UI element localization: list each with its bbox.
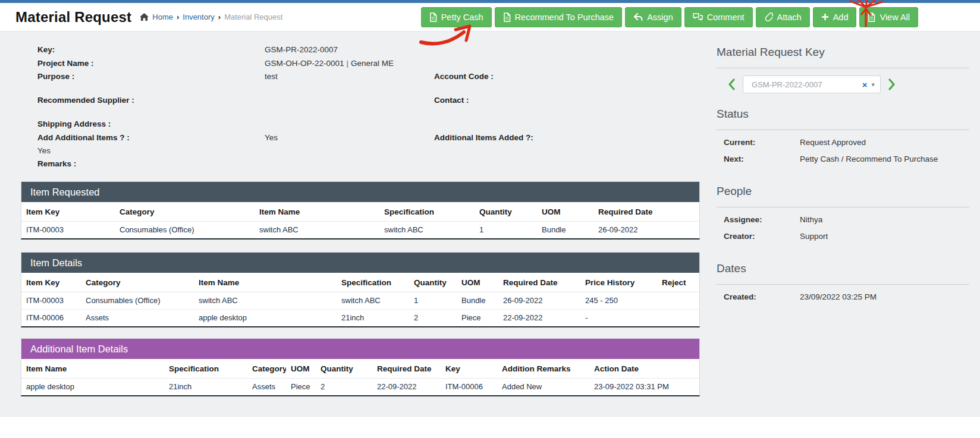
file-icon <box>429 12 437 22</box>
dates-heading: Dates <box>717 262 969 285</box>
home-icon <box>140 13 149 21</box>
additional-item-details-title: Additional Item Details <box>21 339 699 359</box>
page-title: Material Request <box>15 9 131 26</box>
add-button[interactable]: Add <box>813 7 857 27</box>
breadcrumb-inventory[interactable]: Inventory <box>183 12 214 21</box>
plus-icon <box>821 13 829 21</box>
table-cell: Bundle <box>457 292 498 310</box>
field-value-project-name: GSM-OH-OP-22-0001|General ME <box>265 59 394 68</box>
assignee-value: Nithya <box>800 215 822 224</box>
column-header: Quantity <box>475 202 537 222</box>
people-section: People Assignee: Nithya Creator: Support <box>717 185 969 241</box>
view-all-button[interactable]: View All <box>859 7 918 27</box>
status-next-row: Next: Petty Cash / Recommend To Purchase <box>724 155 969 163</box>
field-value-add-additional-items: Yes <box>265 133 278 142</box>
table-cell: Piece <box>286 379 316 396</box>
column-header: Reject <box>657 273 699 292</box>
clear-selection-icon[interactable]: × <box>862 80 868 90</box>
table-cell: ITM-00006 <box>21 310 81 327</box>
request-key-select[interactable]: GSM-PR-2022-0007 × ▾ <box>743 75 881 93</box>
assign-button[interactable]: Assign <box>625 7 681 27</box>
column-header: Required Date <box>498 273 580 292</box>
table-cell: ITM-00003 <box>21 222 115 239</box>
item-requested-title: Item Requested <box>21 182 699 202</box>
table-cell: Bundle <box>537 222 593 239</box>
breadcrumb-home[interactable]: Home <box>152 12 173 21</box>
table-cell: Added New <box>497 379 589 396</box>
table-cell: switch ABC <box>194 292 337 310</box>
dates-section: Dates Created: 23/09/2022 03:25 PM <box>717 262 969 301</box>
item-details-table: Item Key Category Item Name Specificatio… <box>21 273 699 326</box>
table-cell: apple desktop <box>194 310 337 327</box>
table-cell: Assets <box>247 379 286 396</box>
field-value-yes: Yes <box>37 146 51 155</box>
column-header: Specification <box>379 202 475 222</box>
field-label-additional-items-added: Additional Items Added ?: <box>434 133 533 142</box>
column-header: Quantity <box>316 359 372 379</box>
breadcrumb-current: Material Request <box>224 12 282 21</box>
file-icon <box>503 12 511 22</box>
creator-value: Support <box>800 232 828 241</box>
column-header: UOM <box>457 273 498 292</box>
table-cell: apple desktop <box>21 379 164 396</box>
column-header: Quantity <box>409 273 457 292</box>
column-header: Key <box>441 359 497 379</box>
status-section: Status Current: Request Approved Next: P… <box>717 108 969 163</box>
column-header: Addition Remarks <box>497 359 589 379</box>
table-cell: 1 <box>475 222 537 239</box>
breadcrumb: Home › Inventory › Material Request <box>140 12 282 21</box>
column-header: Item Name <box>194 273 337 292</box>
material-request-key-section: Material Request Key GSM-PR-2022-0007 × … <box>717 46 969 93</box>
table-cell: 23-09-2022 03:31 PM <box>589 379 699 396</box>
chevron-down-icon[interactable]: ▾ <box>871 81 875 89</box>
breadcrumb-separator: › <box>177 12 179 21</box>
next-record-button[interactable] <box>888 78 896 91</box>
table-cell: ITM-00003 <box>21 292 81 310</box>
record-navigator: GSM-PR-2022-0007 × ▾ <box>727 75 969 93</box>
column-header: Item Key <box>21 202 115 222</box>
table-row: apple desktop 21inch Assets Piece 2 22-0… <box>21 379 699 396</box>
column-header: Item Name <box>255 202 379 222</box>
column-header: Item Key <box>21 273 81 292</box>
table-cell: 21inch <box>164 379 247 396</box>
field-label-contact: Contact : <box>434 96 469 105</box>
field-value-purpose: test <box>265 72 278 81</box>
column-header: Price History <box>580 273 657 292</box>
field-label-recommended-supplier: Recommended Supplier : <box>37 96 134 105</box>
table-cell: switch ABC <box>337 292 409 310</box>
footer-strip <box>0 416 980 437</box>
attach-button[interactable]: Attach <box>756 7 810 27</box>
column-header: Required Date <box>372 359 441 379</box>
table-cell: 245 - 250 <box>580 292 657 310</box>
chevron-right-icon <box>888 78 896 91</box>
previous-record-button[interactable] <box>727 78 736 91</box>
recommend-to-purchase-button[interactable]: Recommend To Purchase <box>495 7 623 27</box>
table-cell: 2 <box>316 379 372 396</box>
petty-cash-button[interactable]: Petty Cash <box>421 7 492 27</box>
table-cell: - <box>580 310 657 327</box>
chevron-left-icon <box>727 78 736 91</box>
table-cell: 22-09-2022 <box>498 310 580 327</box>
field-label-shipping-address: Shipping Address : <box>37 119 111 128</box>
comment-button[interactable]: Comment <box>684 7 753 27</box>
right-sidebar: Material Request Key GSM-PR-2022-0007 × … <box>717 46 980 301</box>
item-requested-card: Item Requested Item Key Category Item Na… <box>21 181 700 240</box>
table-cell: switch ABC <box>255 222 379 239</box>
item-details-title: Item Details <box>21 253 699 273</box>
file-icon <box>868 12 875 22</box>
field-label-key: Key: <box>37 45 55 54</box>
column-header: Required Date <box>593 202 699 222</box>
table-cell: Piece <box>457 310 498 327</box>
breadcrumb-separator: › <box>218 12 221 21</box>
status-current-value: Request Approved <box>800 138 866 147</box>
table-cell <box>657 310 699 327</box>
table-cell: 26-09-2022 <box>593 222 699 239</box>
table-cell <box>657 292 699 310</box>
page-header: Material Request Home › Inventory › Mate… <box>0 3 980 31</box>
status-current-row: Current: Request Approved <box>724 138 969 147</box>
field-label-remarks: Remarks : <box>37 159 76 168</box>
table-cell: Consumables (Office) <box>81 292 194 310</box>
field-label-add-additional-items: Add Additional Items ? : <box>37 133 130 142</box>
field-value-key: GSM-PR-2022-0007 <box>265 45 338 54</box>
table-cell: ITM-00006 <box>441 379 497 396</box>
